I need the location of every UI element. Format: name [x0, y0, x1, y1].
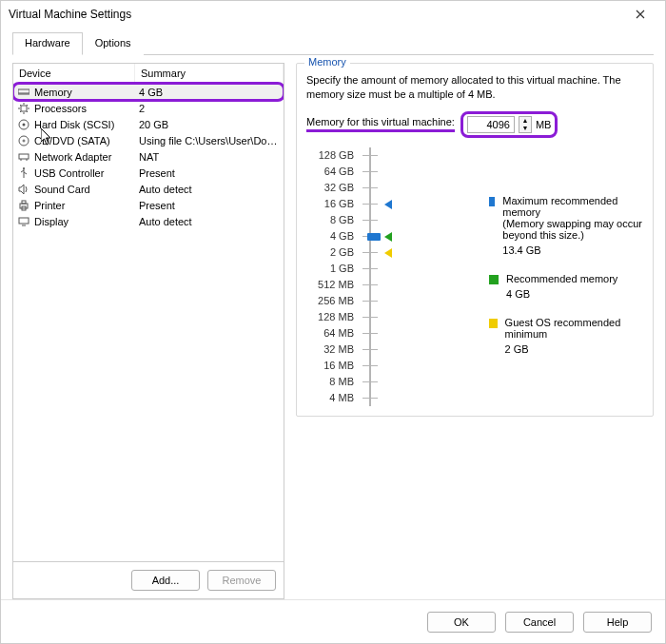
memory-spin-highlight: ▲ ▼ MB [460, 111, 558, 138]
svg-point-7 [23, 167, 25, 169]
help-button[interactable]: Help [583, 612, 652, 633]
cancel-button[interactable]: Cancel [505, 612, 574, 633]
spin-down-icon[interactable]: ▼ [519, 125, 531, 132]
left-pane: Device Summary Memory4 GBProcessors2Hard… [12, 63, 284, 599]
cd-icon [17, 134, 30, 147]
col-header-summary[interactable]: Summary [135, 64, 284, 83]
memory-legend: Maximum recommended memory (Memory swapp… [403, 147, 643, 406]
marker-max-icon [384, 200, 392, 209]
svg-point-5 [23, 140, 25, 142]
svg-rect-0 [18, 89, 29, 93]
legend-min: Guest OS recommended minimum 2 GB [489, 317, 643, 355]
memory-group-title: Memory [304, 56, 350, 68]
cpu-icon [17, 102, 30, 115]
memory-input[interactable] [467, 116, 515, 133]
device-summary: Auto detect [139, 216, 284, 227]
scale-tick: 32 MB [306, 342, 360, 358]
device-summary: 20 GB [139, 119, 284, 130]
scale-tick: 16 MB [306, 358, 360, 374]
right-pane: Memory Specify the amount of memory allo… [296, 63, 654, 599]
device-summary: Using file C:\Users\User\Dow... [139, 135, 284, 146]
scale-tick: 256 MB [306, 293, 360, 309]
remove-button[interactable]: Remove [207, 570, 276, 591]
memory-input-label: Memory for this virtual machine: [306, 116, 455, 132]
titlebar: Virtual Machine Settings [1, 1, 665, 28]
legend-max-value: 13.4 GB [502, 244, 643, 256]
table-row[interactable]: Network AdapterNAT [13, 148, 284, 165]
printer-icon [17, 199, 30, 212]
svg-point-4 [19, 136, 29, 146]
col-header-device[interactable]: Device [13, 64, 135, 83]
legend-rec: Recommended memory 4 GB [489, 273, 643, 300]
usb-icon [17, 166, 30, 180]
legend-rec-swatch [489, 275, 499, 284]
scale-tick: 8 MB [306, 374, 360, 390]
sound-icon [17, 183, 30, 196]
legend-rec-label: Recommended memory [506, 273, 617, 284]
net-icon [17, 150, 30, 164]
footer: OK Cancel Help [1, 599, 665, 643]
device-summary: Present [139, 200, 284, 211]
vm-settings-window: Virtual Machine Settings Hardware Option… [0, 0, 666, 644]
scale-tick: 128 GB [306, 147, 360, 164]
device-name: Memory [34, 87, 139, 98]
window-title: Virtual Machine Settings [9, 8, 131, 21]
device-name: Sound Card [34, 184, 139, 195]
memory-slider-track[interactable] [365, 147, 375, 406]
memory-description: Specify the amount of memory allocated t… [306, 73, 643, 102]
table-row[interactable]: Hard Disk (SCSI)20 GB [13, 116, 284, 132]
device-buttons: Add... Remove [12, 561, 284, 599]
tab-options[interactable]: Options [83, 32, 144, 55]
table-row[interactable]: DisplayAuto detect [13, 213, 284, 229]
legend-max-label: Maximum recommended memory [502, 195, 643, 218]
close-button[interactable] [623, 1, 657, 28]
device-name: Display [34, 216, 139, 227]
disk-icon [17, 118, 30, 131]
memory-scale: 128 GB64 GB32 GB16 GB8 GB4 GB2 GB1 GB512… [306, 147, 643, 406]
scale-tick: 32 GB [306, 180, 360, 196]
legend-min-value: 2 GB [505, 343, 643, 355]
device-summary: Auto detect [139, 184, 284, 195]
device-name: Processors [34, 103, 139, 114]
marker-rec-icon [384, 232, 392, 242]
table-row[interactable]: CD/DVD (SATA)Using file C:\Users\User\Do… [13, 132, 284, 148]
device-table: Device Summary Memory4 GBProcessors2Hard… [12, 63, 284, 561]
marker-min-icon [384, 248, 392, 258]
device-summary: Present [139, 167, 284, 179]
memory-unit: MB [536, 119, 552, 130]
scale-tick: 128 MB [306, 309, 360, 325]
svg-point-3 [23, 123, 26, 126]
table-row[interactable]: USB ControllerPresent [13, 165, 284, 181]
table-row[interactable]: Memory4 GB [13, 84, 284, 100]
device-name: Network Adapter [34, 151, 139, 163]
scale-tick: 1 GB [306, 261, 360, 277]
table-row[interactable]: Sound CardAuto detect [13, 181, 284, 197]
legend-min-label: Guest OS recommended minimum [505, 317, 643, 340]
memory-input-row: Memory for this virtual machine: ▲ ▼ MB [306, 111, 643, 138]
device-summary: 2 [139, 103, 284, 114]
scale-labels: 128 GB64 GB32 GB16 GB8 GB4 GB2 GB1 GB512… [306, 147, 360, 406]
spin-up-icon[interactable]: ▲ [519, 117, 531, 125]
display-icon [17, 215, 30, 228]
scale-tick: 2 GB [306, 244, 360, 261]
table-row[interactable]: PrinterPresent [13, 197, 284, 213]
legend-max: Maximum recommended memory (Memory swapp… [489, 195, 643, 256]
ok-button[interactable]: OK [427, 612, 496, 633]
svg-rect-1 [21, 106, 27, 111]
scale-tick: 4 GB [306, 228, 360, 244]
device-name: Printer [34, 200, 139, 211]
scale-tick: 64 MB [306, 325, 360, 342]
slider-thumb[interactable] [367, 233, 381, 241]
add-button[interactable]: Add... [131, 570, 200, 591]
device-name: CD/DVD (SATA) [34, 135, 139, 146]
scale-markers [381, 147, 403, 406]
table-row[interactable]: Processors2 [13, 100, 284, 116]
svg-rect-9 [22, 201, 26, 204]
scale-tick: 16 GB [306, 196, 360, 212]
device-name: USB Controller [34, 167, 139, 179]
memory-spinner[interactable]: ▲ ▼ [519, 116, 532, 133]
tab-hardware[interactable]: Hardware [12, 32, 83, 55]
legend-max-swatch [489, 197, 495, 206]
body: Device Summary Memory4 GBProcessors2Hard… [1, 55, 665, 599]
legend-max-sub: (Memory swapping may occur beyond this s… [502, 218, 643, 241]
